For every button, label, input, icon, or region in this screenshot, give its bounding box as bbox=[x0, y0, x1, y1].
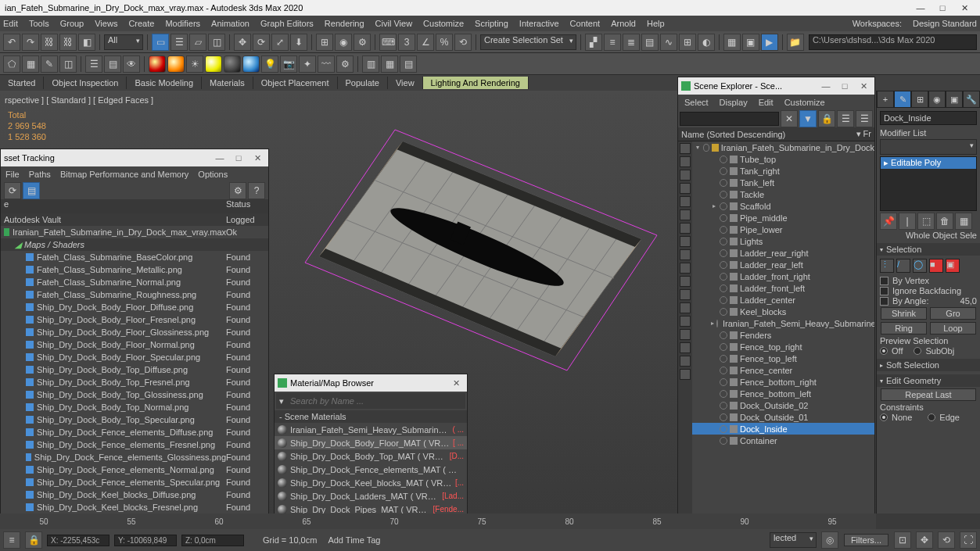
visibility-icon[interactable] bbox=[720, 413, 727, 421]
filter-select-icon[interactable] bbox=[680, 356, 691, 367]
render-output-icon[interactable]: ▦ bbox=[381, 55, 398, 73]
spinner-snap-icon[interactable]: ⟲ bbox=[454, 34, 472, 51]
cmd-display-icon[interactable]: ▣ bbox=[946, 91, 963, 108]
nav-icon[interactable]: ✥ bbox=[916, 531, 933, 549]
layers-icon[interactable]: ≣ bbox=[623, 34, 640, 51]
visibility-icon[interactable] bbox=[720, 378, 727, 386]
cmd-motion-icon[interactable]: ◉ bbox=[928, 91, 946, 108]
menu-customize[interactable]: Customize bbox=[423, 19, 464, 28]
tree-node[interactable]: ▸Scaffold bbox=[692, 200, 874, 212]
filter-helper-icon[interactable] bbox=[680, 196, 691, 207]
material-sphere-blue-icon[interactable] bbox=[242, 55, 260, 73]
menu-tools[interactable]: Tools bbox=[29, 19, 49, 28]
maximize-icon[interactable]: □ bbox=[932, 3, 953, 13]
filter-spacewarp-icon[interactable] bbox=[680, 209, 691, 220]
vertex-icon[interactable]: ⋮ bbox=[880, 259, 894, 273]
visibility-icon[interactable] bbox=[720, 308, 727, 316]
explorer-maximize-icon[interactable]: □ bbox=[837, 81, 853, 91]
menu-civilview[interactable]: Civil View bbox=[375, 19, 412, 28]
helper-icon[interactable]: ✦ bbox=[299, 55, 316, 73]
material-row[interactable]: Ship_Dry_Dock_Fence_elements_MAT ( VRayM… bbox=[275, 463, 467, 476]
freeform-icon[interactable]: ✎ bbox=[41, 55, 58, 73]
asset-title-bar[interactable]: sset Tracking — □ ✕ bbox=[1, 149, 268, 166]
material-row[interactable]: Ship_Dry_Dock_Body_Floor_MAT ( VRayMtl )… bbox=[275, 436, 467, 449]
material-row[interactable]: Ship_Dry_Dock_Body_Top_MAT ( VRayMtl )[D… bbox=[275, 449, 467, 463]
sun-icon[interactable]: ☀ bbox=[186, 55, 203, 73]
byangle-checkbox[interactable] bbox=[880, 297, 888, 306]
display-icon[interactable]: 👁 bbox=[123, 55, 140, 73]
asset-menu-options[interactable]: Options bbox=[198, 170, 228, 179]
tree-node[interactable]: Fence_bottom_right bbox=[692, 376, 874, 388]
configure-icon[interactable]: ▦ bbox=[955, 213, 972, 230]
scale-icon[interactable]: ⤢ bbox=[271, 34, 289, 51]
pin-stack-icon[interactable]: 📌 bbox=[880, 213, 897, 230]
material-sphere-grey-icon[interactable] bbox=[224, 55, 241, 73]
filter-all-icon[interactable] bbox=[680, 302, 691, 313]
visibility-icon[interactable] bbox=[720, 238, 727, 245]
material-row[interactable]: Ship_Dry_Dock_Ladders_MAT ( VRayMtl )[La… bbox=[275, 489, 467, 503]
asset-menu-file[interactable]: File bbox=[5, 170, 20, 179]
tree-node[interactable]: Ladder_rear_right bbox=[692, 247, 874, 259]
tab-basic-modeling[interactable]: Basic Modeling bbox=[127, 77, 202, 89]
bind-icon[interactable]: ◧ bbox=[78, 34, 95, 51]
modifier-stack[interactable]: ▸ Editable Poly bbox=[880, 156, 977, 211]
tab-view[interactable]: View bbox=[388, 77, 423, 89]
border-icon[interactable]: ◯ bbox=[913, 259, 927, 273]
window-crossing-icon[interactable]: ◫ bbox=[208, 34, 225, 51]
visibility-icon[interactable] bbox=[720, 202, 727, 210]
asset-row[interactable]: Ship_Dry_Dock_Keel_blocks_Diffuse.pngFou… bbox=[1, 488, 268, 501]
repeat-button[interactable]: Repeat Last bbox=[881, 388, 976, 401]
menu-animation[interactable]: Animation bbox=[211, 19, 249, 28]
tree-node[interactable]: ▸Iranian_Fateh_Semi_Heavy_Submarine bbox=[692, 317, 874, 329]
unlink-icon[interactable]: ⛓ bbox=[59, 34, 77, 51]
visibility-icon[interactable] bbox=[720, 226, 727, 234]
pivot-icon[interactable]: ◉ bbox=[335, 34, 352, 51]
asset-maximize-icon[interactable]: □ bbox=[231, 153, 246, 163]
tree-node[interactable]: Pipe_lower bbox=[692, 224, 874, 235]
visibility-icon[interactable] bbox=[720, 296, 727, 304]
polygon-icon[interactable]: ⬠ bbox=[3, 55, 20, 73]
filter-camera-icon[interactable] bbox=[680, 183, 691, 194]
element-icon[interactable]: ▣ bbox=[946, 259, 960, 273]
tree-node[interactable]: Dock_Outside_01 bbox=[692, 411, 874, 423]
menu-arnold[interactable]: Arnold bbox=[611, 19, 636, 28]
modifier-list-dropdown[interactable] bbox=[880, 139, 977, 155]
light-icon[interactable]: 💡 bbox=[261, 55, 278, 73]
asset-row-shaders[interactable]: ◢Maps / Shaders bbox=[1, 238, 268, 251]
filter-bone-icon[interactable] bbox=[680, 249, 691, 260]
asset-row[interactable]: Fateh_Class_Submarine_Normal.pngFound bbox=[1, 276, 268, 288]
cmd-create-icon[interactable]: + bbox=[877, 91, 894, 108]
asset-row-scene[interactable]: Iranian_Fateh_Submarine_in_Dry_Dock_max_… bbox=[1, 226, 268, 238]
explorer-head-name[interactable]: Name (Sorted Descending) bbox=[681, 130, 856, 139]
constraint-edge-radio[interactable] bbox=[928, 413, 935, 421]
menu-interactive[interactable]: Interactive bbox=[519, 19, 559, 28]
schematic-icon[interactable]: ⊞ bbox=[679, 34, 696, 51]
asset-row[interactable]: Ship_Dry_Dock_Body_Top_Specular.pngFound bbox=[1, 413, 268, 426]
asset-head-status[interactable]: Status bbox=[226, 199, 265, 213]
asset-refresh-icon[interactable]: ⟳ bbox=[4, 182, 21, 199]
visibility-icon[interactable] bbox=[720, 179, 727, 187]
menu-content[interactable]: Content bbox=[570, 19, 601, 28]
render-preset-icon[interactable]: ▥ bbox=[362, 55, 379, 73]
constraint-none-radio[interactable] bbox=[880, 413, 888, 421]
selected-dropdown[interactable]: lected bbox=[770, 532, 817, 548]
edge-icon[interactable]: / bbox=[896, 259, 910, 273]
visibility-icon[interactable] bbox=[720, 249, 727, 257]
unique-icon[interactable]: ⬚ bbox=[917, 213, 935, 230]
tree-node[interactable]: Tackle bbox=[692, 188, 874, 200]
asset-row[interactable]: Ship_Dry_Dock_Body_Top_Glossiness.pngFou… bbox=[1, 388, 268, 401]
visibility-icon[interactable] bbox=[720, 367, 727, 374]
align-icon[interactable]: ≡ bbox=[604, 34, 621, 51]
material-sphere-yellow-icon[interactable] bbox=[205, 55, 222, 73]
visibility-icon[interactable] bbox=[720, 343, 727, 351]
explorer-title-bar[interactable]: Scene Explorer - Sce... — □ ✕ bbox=[678, 77, 874, 95]
minimize-icon[interactable]: — bbox=[910, 3, 932, 13]
filter-layer-icon[interactable] bbox=[680, 342, 691, 353]
rollout-softsel[interactable]: Soft Selection bbox=[877, 359, 980, 371]
object-name-input[interactable]: Dock_Inside bbox=[880, 111, 977, 125]
tab-populate[interactable]: Populate bbox=[338, 77, 388, 89]
show-end-icon[interactable]: | bbox=[899, 213, 916, 230]
link-icon[interactable]: ⛓ bbox=[41, 34, 58, 51]
layer-explorer-icon[interactable]: ☰ bbox=[85, 55, 102, 73]
workspace-name[interactable]: Design Standard bbox=[913, 19, 977, 28]
